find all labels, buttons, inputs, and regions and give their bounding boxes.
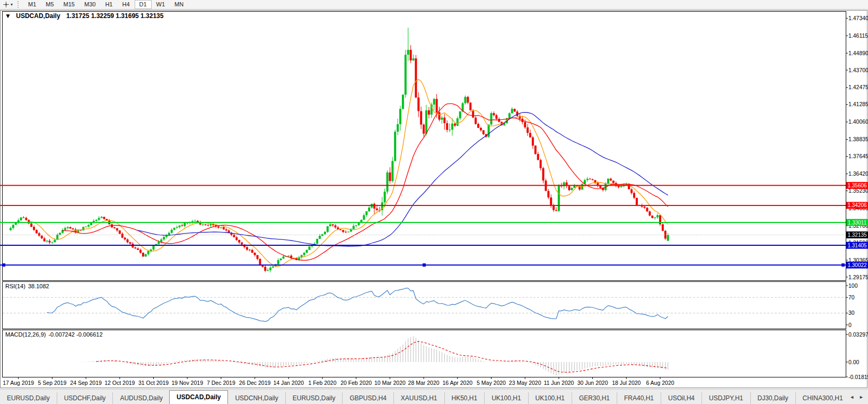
date-label: 24 Sep 2019 <box>70 380 102 386</box>
price-axis: 1.473401.461151.448901.437001.424751.412… <box>846 15 868 280</box>
line-handle <box>423 263 426 267</box>
svg-text:1.35606: 1.35606 <box>847 183 867 188</box>
chart-tab-usdjpy-h1[interactable]: USDJPY,H1 <box>702 392 750 404</box>
svg-text:1.47340: 1.47340 <box>848 15 868 21</box>
timeframe-button-m5[interactable]: M5 <box>41 0 58 9</box>
rsi-axis: 10070300 <box>846 282 858 328</box>
svg-text:1.44890: 1.44890 <box>848 50 868 56</box>
timeframe-button-h1[interactable]: H1 <box>100 0 117 9</box>
date-label: 5 Sep 2019 <box>38 380 67 386</box>
date-label: 26 Dec 2019 <box>239 380 271 386</box>
chart-tab-dj30-daily[interactable]: DJ30,Daily <box>750 392 795 404</box>
date-label: 10 Mar 2020 <box>374 380 406 386</box>
timeframe-button-group: M1M5M15M30H1H4D1W1MN <box>23 0 188 9</box>
chart-tab-gbpusd-h4[interactable]: GBPUSD,H4 <box>342 392 393 404</box>
date-label: 20 Feb 2020 <box>340 380 372 386</box>
date-label: 7 Dec 2019 <box>207 380 235 386</box>
toolbar-grip <box>17 1 21 8</box>
timeframe-button-h4[interactable]: H4 <box>117 0 134 9</box>
tab-scroll-arrows: ◄ ► <box>845 390 868 404</box>
timeframe-button-d1[interactable]: D1 <box>135 0 152 9</box>
svg-text:1.41285: 1.41285 <box>848 101 868 107</box>
macd-values: -0.007242 -0.006612 <box>48 331 102 338</box>
chart-tab-usdcad-daily[interactable]: USDCAD,Daily <box>169 390 228 404</box>
pane-frames <box>1 11 867 388</box>
scroll-right-icon[interactable]: ► <box>859 394 864 400</box>
chart-symbol-period: USDCAD,Daily <box>16 12 60 20</box>
chart-tab-eurusd-daily[interactable]: EURUSD,Daily <box>0 392 57 404</box>
svg-text:1.30022: 1.30022 <box>847 262 867 268</box>
svg-text:70: 70 <box>848 294 855 300</box>
svg-text:0.00: 0.00 <box>848 359 860 365</box>
svg-text:0: 0 <box>848 322 852 328</box>
chart-tabs: EURUSD,DailyUSDCHF,DailyAUDUSD,DailyUSDC… <box>0 390 845 404</box>
top-toolbar: ▾ M1M5M15M30H1H4D1W1MN <box>0 0 868 10</box>
chart-tab-uk100-h1[interactable]: UK100,H1 <box>528 392 572 404</box>
scroll-left-icon[interactable]: ◄ <box>849 394 854 400</box>
chart-window[interactable]: 1.473401.461151.448901.437001.424751.412… <box>0 10 868 388</box>
chart-tab-usdcnh-daily[interactable]: USDCNH,Daily <box>228 392 285 404</box>
date-label: 30 Jun 2020 <box>577 380 608 386</box>
line-handle <box>2 263 5 267</box>
svg-text:100: 100 <box>848 282 858 289</box>
timeframe-button-w1[interactable]: W1 <box>152 0 170 9</box>
chart-title: ▼ USDCAD,Daily 1.31725 1.32259 1.31695 1… <box>5 12 163 20</box>
date-axis: 17 Aug 20195 Sep 201924 Sep 201912 Oct 2… <box>3 377 674 386</box>
svg-text:1.42475: 1.42475 <box>848 84 868 90</box>
chevron-down-icon[interactable]: ▾ <box>11 2 13 7</box>
timeframe-button-m1[interactable]: M1 <box>23 0 41 9</box>
svg-text:0.032972: 0.032972 <box>848 331 868 338</box>
rsi-name: RSI(14) <box>5 283 25 289</box>
date-label: 28 Mar 2020 <box>408 380 440 386</box>
chart-tab-eurusd-daily[interactable]: EURUSD,Daily <box>285 392 343 404</box>
svg-text:1.37645: 1.37645 <box>848 153 868 159</box>
date-label: 16 Apr 2020 <box>442 380 472 386</box>
svg-text:1.36420: 1.36420 <box>848 170 868 177</box>
svg-text:1.34206: 1.34206 <box>847 202 867 208</box>
chart-tab-bar: EURUSD,DailyUSDCHF,DailyAUDUSD,DailyUSDC… <box>0 389 868 404</box>
macd-name: MACD(12,26,9) <box>5 331 46 338</box>
chart-tab-hk50-h1[interactable]: HK50,H1 <box>444 392 485 404</box>
svg-text:1.31405: 1.31405 <box>847 243 867 248</box>
svg-text:1.46115: 1.46115 <box>848 32 868 39</box>
chart-canvas[interactable]: 1.473401.461151.448901.437001.424751.412… <box>0 10 868 388</box>
date-label: 11 Jun 2020 <box>543 380 574 386</box>
svg-text:1.43700: 1.43700 <box>848 67 868 73</box>
date-label: 18 Jul 2020 <box>612 380 641 386</box>
chart-tab-uk100-h1[interactable]: UK100,H1 <box>484 392 528 404</box>
crosshair-tool-icon[interactable] <box>2 1 10 8</box>
date-label: 12 Oct 2019 <box>104 380 135 386</box>
date-label: 19 Nov 2019 <box>171 380 203 386</box>
macd-axis: 0.0329720.00-0.01815 <box>846 331 868 380</box>
svg-text:-0.01815: -0.01815 <box>848 374 868 380</box>
date-label: 5 May 2020 <box>477 380 506 386</box>
date-label: 17 Aug 2019 <box>3 380 34 386</box>
date-label: 1 Feb 2020 <box>308 380 336 386</box>
svg-text:1.33011: 1.33011 <box>848 220 867 226</box>
chart-tab-audusd-daily[interactable]: AUDUSD,Daily <box>112 392 170 404</box>
svg-text:1.38835: 1.38835 <box>848 136 868 142</box>
line-handle <box>841 263 845 267</box>
chart-ohlc-values: 1.31725 1.32259 1.31695 1.32135 <box>66 12 164 20</box>
macd-indicator-label: MACD(12,26,9)-0.007242 -0.006612 <box>5 331 103 338</box>
chart-tab-usoil-h4[interactable]: USOil,H4 <box>661 392 702 404</box>
rsi-indicator-label: RSI(14)38.1082 <box>5 283 49 289</box>
svg-text:1.29175: 1.29175 <box>848 274 868 280</box>
svg-text:1.40060: 1.40060 <box>848 118 868 125</box>
date-label: 6 Aug 2020 <box>646 380 674 386</box>
svg-text:1.32135: 1.32135 <box>847 232 867 238</box>
date-label: 23 May 2020 <box>509 380 541 386</box>
chart-tab-fra40-h1[interactable]: FRA40,H1 <box>617 392 661 404</box>
chart-tab-ger30-h1[interactable]: GER30,H1 <box>572 392 617 404</box>
timeframe-button-m15[interactable]: M15 <box>59 0 80 9</box>
timeframe-button-m30[interactable]: M30 <box>80 0 100 9</box>
timeframe-button-mn[interactable]: MN <box>170 0 188 9</box>
chart-tab-china300-h1[interactable]: CHINA300,H1 <box>795 392 846 404</box>
chart-tab-xauusd-h1[interactable]: XAUUSD,H1 <box>393 392 444 404</box>
chart-tab-usdchf-daily[interactable]: USDCHF,Daily <box>57 392 113 404</box>
chart-dropdown-icon[interactable]: ▼ <box>5 12 11 20</box>
date-label: 31 Oct 2019 <box>138 380 169 386</box>
date-label: 14 Jan 2020 <box>273 380 304 386</box>
svg-text:30: 30 <box>848 310 855 316</box>
rsi-value: 38.1082 <box>28 283 49 289</box>
